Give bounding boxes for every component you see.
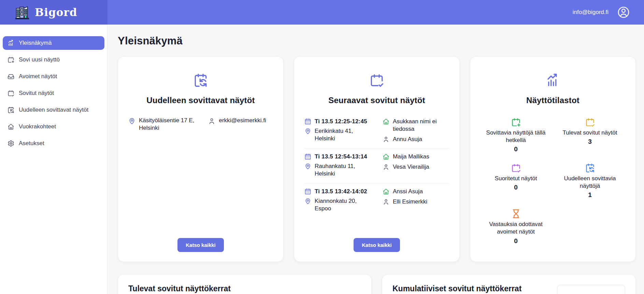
sidebar-item-reschedule-showings[interactable]: Uudelleen sovittavat näytöt [3,103,104,117]
calendar-plus-icon [511,117,521,127]
card-title: Seuraavat sovitut näytöt [304,96,449,105]
calendar-icon [304,118,311,125]
card-reschedule-showings: Uudelleen sovittavat näytöt Käsityöläise… [118,56,284,262]
stat-open-to-schedule: Sovittavia näyttöjä tällä hetkellä 0 [481,117,551,153]
home-icon [8,123,14,130]
appointment-time: Ti 13.5 12:54-13:14 [315,153,367,160]
sidebar-item-label: Asetukset [19,140,44,147]
card-showing-stats: Näyttötilastot Sovittavia näyttöjä tällä… [470,56,636,262]
appointment-address: Rauhankatu 11, Helsinki [315,163,366,178]
stat-awaiting-responses: Vastauksia odottavat avoimet näytöt 0 [481,209,551,244]
sidebar-item-label: Yleisnäkymä [19,40,52,46]
calendar-refresh-icon [128,73,273,87]
stat-label: Suoritetut näytöt [495,175,537,182]
stat-label: Sovittavia näyttöjä tällä hetkellä [482,129,550,144]
chart-icon [481,73,625,87]
building-logo-icon [14,4,30,20]
resident-name: Anssi Asuja [393,188,423,195]
person-icon [208,117,215,132]
brand-logo[interactable]: Bigord [0,0,108,25]
main-content: Yleisnäkymä Uudelleen sovittavat näytöt … [108,25,644,294]
stat-completed: Suoritetut näytöt 0 [481,163,551,199]
person-icon [383,136,389,143]
hourglass-icon [511,209,521,219]
resident-name: Asukkaan nimi ei tiedossa [393,118,447,133]
contact-text: erkki@esimerkki.fi [219,117,266,132]
reschedule-address: Käsityöläisentie 17 E, Helsinki [128,117,203,132]
card-upcoming-showings-chart: Tulevat sovitut näyttökerrat [118,274,372,294]
sidebar-item-new-showing[interactable]: Sovi uusi näyttö [3,53,104,67]
house-icon [383,118,389,125]
calendar-check-icon [304,73,449,87]
top-header: Bigord info@bigord.fi [0,0,644,25]
gear-icon [8,140,14,147]
house-icon [383,188,389,195]
reschedule-contact: erkki@esimerkki.fi [208,117,266,132]
card-title: Uudelleen sovittavat näytöt [128,96,273,105]
appointment-row: Ti 13.5 12:54-13:14 Rauhankatu 11, Helsi… [304,149,449,183]
person-icon [383,198,389,205]
header-bar: info@bigord.fi [108,0,644,25]
calendar-icon [304,188,311,195]
location-pin-icon [128,117,135,132]
sidebar-item-open-showings[interactable]: Avoimet näytöt [3,70,104,83]
appointment-time: Ti 13.5 12:25-12:45 [315,118,367,125]
stat-value: 0 [514,237,518,245]
sidebar-item-label: Uudelleen sovittavat näytöt [19,107,88,113]
stat-value: 3 [588,138,592,145]
visitor-name: Annu Asuja [393,136,422,143]
resident-name: Maija Mallikas [393,153,429,160]
calendar-check-icon [585,117,595,127]
stat-label: Uudelleen sovittavia näyttöjä [556,175,624,190]
house-icon [383,153,389,160]
stat-value: 0 [514,184,518,191]
chart-icon [8,40,14,46]
calendar-plus-icon [8,56,14,63]
calendar-refresh-icon [585,163,595,173]
user-circle-icon[interactable] [617,6,630,18]
sidebar-item-label: Vuokrakohteet [19,123,56,130]
appointment-row: Ti 13.5 13:42-14:02 Kiannonkatu 20, Espo… [304,183,449,218]
account-email: info@bigord.fi [573,9,609,16]
location-pin-icon [304,163,311,170]
appointment-row: Ti 13.5 12:25-12:45 Eerikinkatu 41, Hels… [304,113,449,149]
appointment-time: Ti 13.5 13:42-14:02 [315,188,367,195]
stat-upcoming-agreed: Tulevat sovitut näytöt 3 [555,117,625,153]
sidebar-item-settings[interactable]: Asetukset [3,137,104,150]
see-all-button[interactable]: Katso kaikki [354,238,400,252]
card-cumulative-showings-chart: Kumulatiiviset sovitut näyttökerrat [382,274,636,294]
calendar-check-icon [511,163,521,173]
sidebar-item-rental-properties[interactable]: Vuokrakohteet [3,120,104,134]
address-text: Käsityöläisentie 17 E, Helsinki [139,117,195,132]
card-title: Näyttötilastot [481,96,625,105]
brand-name: Bigord [35,6,77,18]
person-icon [383,164,389,170]
visitor-name: Elli Esimerkki [393,198,427,206]
sidebar: Yleisnäkymä Sovi uusi näyttö Avoimet näy… [0,25,108,294]
sidebar-item-agreed-showings[interactable]: Sovitut näytöt [3,86,104,100]
chart-period-select[interactable] [557,285,625,294]
appointment-address: Kiannonkatu 20, Espoo [315,197,366,212]
calendar-refresh-icon [8,107,14,113]
sidebar-item-label: Avoimet näytöt [19,73,57,80]
calendar-icon [304,153,311,160]
page-title: Yleisnäkymä [118,35,636,47]
card-title: Tulevat sovitut näyttökerrat [128,284,231,293]
sidebar-item-label: Sovi uusi näyttö [19,56,60,63]
card-upcoming-showings: Seuraavat sovitut näytöt Ti 13.5 12:25-1… [294,56,460,262]
sidebar-item-label: Sovitut näytöt [19,90,54,97]
stat-label: Vastauksia odottavat avoimet näytöt [482,221,550,236]
inbox-icon [8,73,14,80]
stat-value: 0 [514,145,518,153]
calendar-check-icon [8,90,14,97]
sidebar-item-overview[interactable]: Yleisnäkymä [3,36,104,50]
location-pin-icon [304,128,311,135]
see-all-button[interactable]: Katso kaikki [177,238,224,252]
appointment-address: Eerikinkatu 41, Helsinki [315,127,366,142]
visitor-name: Vesa Vierailija [393,163,429,171]
card-title: Kumulatiiviset sovitut näyttökerrat [392,284,521,293]
stat-label: Tulevat sovitut näytöt [562,129,617,137]
stat-reschedule: Uudelleen sovittavia näyttöjä 1 [555,163,625,199]
location-pin-icon [304,198,311,205]
stat-value: 1 [588,191,592,199]
